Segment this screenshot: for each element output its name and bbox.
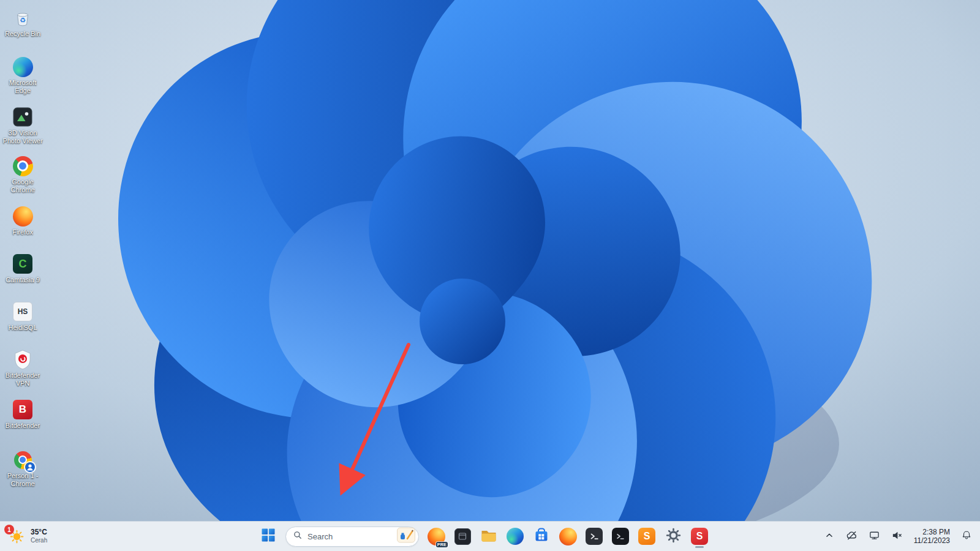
taskbar-edge[interactable] <box>503 524 527 549</box>
taskbar-dark-app[interactable] <box>450 524 475 549</box>
dark-app-icon <box>454 528 471 545</box>
desktop-icon-firefox[interactable]: Firefox <box>1 204 45 238</box>
recycle-bin-icon: ♻ <box>13 7 32 28</box>
onedrive-status-button[interactable] <box>841 524 863 549</box>
desktop-icon-label: Google Chrome <box>1 178 45 194</box>
hidden-icons-button[interactable] <box>818 524 840 549</box>
search-icon <box>293 531 303 542</box>
bitdefender-icon: B <box>13 399 32 420</box>
taskbar-microsoft-store[interactable] <box>529 524 554 549</box>
volume-button[interactable] <box>886 524 908 549</box>
photo-viewer-icon <box>13 107 32 127</box>
gear-icon <box>666 528 681 545</box>
store-bag-icon <box>533 527 549 545</box>
taskbar-s-app-red[interactable]: S <box>687 524 712 549</box>
taskbar-settings[interactable] <box>661 524 685 549</box>
system-tray: 2:38 PM 11/21/2023 <box>818 524 978 549</box>
desktop-icon-label: Bitdefender <box>6 422 40 430</box>
desktop-icon-microsoft-edge[interactable]: Microsoft Edge <box>1 55 45 96</box>
start-button[interactable] <box>256 524 281 549</box>
wallpaper-bloom <box>0 0 980 522</box>
desktop-icon-recycle-bin[interactable]: ♻ Recycle Bin <box>1 6 45 39</box>
weather-condition: Cerah <box>31 536 47 544</box>
desktop-icon-label: Bitdefender VPN <box>1 372 45 388</box>
s-glyph: S <box>696 531 703 542</box>
speaker-muted-icon <box>891 530 903 544</box>
taskbar-firefox-nightly[interactable]: PRE <box>424 524 448 549</box>
heidisql-glyph: HS <box>18 307 28 316</box>
desktop: ♻ Recycle Bin Microsoft Edge 3D Vision P… <box>0 0 980 522</box>
taskbar-file-explorer[interactable] <box>477 524 501 549</box>
display-cast-button[interactable] <box>864 524 886 549</box>
desktop-icon-label: Recycle Bin <box>5 30 40 38</box>
s-glyph: S <box>644 531 650 542</box>
taskbar-s-app-orange[interactable]: S <box>635 524 659 549</box>
weather-temperature: 35°C <box>31 528 47 536</box>
desktop-icon-bitdefender[interactable]: B Bitdefender <box>1 398 45 431</box>
camtasia-icon: C <box>13 253 32 274</box>
camtasia-glyph: C <box>19 258 27 271</box>
search-highlight-image <box>397 527 415 545</box>
letter-s-red-icon: S <box>691 528 708 545</box>
desktop-icon-label: 3D Vision Photo Viewer <box>1 129 45 145</box>
taskbar-search[interactable]: Search <box>285 527 419 547</box>
firefox-pre-badge: PRE <box>436 542 448 547</box>
firefox-icon <box>13 206 33 227</box>
chevron-up-icon <box>824 530 835 543</box>
desktop-icon-heidisql[interactable]: HS HeidiSQL <box>1 300 45 333</box>
search-placeholder: Search <box>307 532 392 541</box>
edge-icon <box>13 56 33 77</box>
desktop-icon-label: Person 1 - Chrome <box>1 472 45 488</box>
desktop-icon-camtasia[interactable]: C Camtasia 9 <box>1 252 45 285</box>
desktop-icon-label: HeidiSQL <box>8 324 37 332</box>
notification-center-button[interactable] <box>956 524 978 549</box>
tray-date: 11/21/2023 <box>914 536 950 545</box>
desktop-icon-google-chrome[interactable]: Google Chrome <box>1 154 45 195</box>
sun-icon <box>9 536 25 546</box>
desktop-icon-bitdefender-vpn[interactable]: Bitdefender VPN <box>1 348 45 389</box>
taskbar-firefox[interactable] <box>556 524 580 549</box>
letter-s-orange-icon: S <box>638 528 655 545</box>
chrome-profile-icon <box>12 449 33 470</box>
bell-icon <box>961 530 972 543</box>
shield-icon <box>13 349 32 370</box>
running-indicator <box>695 546 704 548</box>
svg-text:♻: ♻ <box>20 17 26 24</box>
clock[interactable]: 2:38 PM 11/21/2023 <box>909 524 955 549</box>
desktop-icon-label: Firefox <box>12 228 33 236</box>
taskbar-command-prompt[interactable] <box>608 524 633 549</box>
folder-icon <box>480 528 497 545</box>
person-badge-icon <box>25 462 35 472</box>
desktop-icon-label: Camtasia 9 <box>6 276 40 284</box>
command-prompt-icon <box>612 528 629 545</box>
windows-logo-icon <box>262 528 275 544</box>
taskbar: 1 35°C Cerah <box>0 521 980 551</box>
firefox-icon <box>559 528 577 545</box>
taskbar-center: Search PRE <box>256 524 712 549</box>
desktop-icon-3d-vision-photo-viewer[interactable]: 3D Vision Photo Viewer <box>1 105 45 146</box>
terminal-icon <box>586 528 603 545</box>
notification-count-badge: 1 <box>4 525 14 534</box>
bitdefender-glyph: B <box>19 403 26 416</box>
heidisql-icon: HS <box>13 301 32 322</box>
chrome-icon <box>13 156 33 176</box>
desktop-icon-label: Microsoft Edge <box>1 79 45 95</box>
edge-icon <box>507 528 524 545</box>
cloud-slash-icon <box>846 530 858 544</box>
tray-time: 2:38 PM <box>922 528 950 536</box>
monitor-icon <box>869 530 880 544</box>
weather-widget[interactable]: 1 35°C Cerah <box>4 524 55 549</box>
taskbar-terminal[interactable] <box>582 524 606 549</box>
windows-desktop-screen: ♻ Recycle Bin Microsoft Edge 3D Vision P… <box>0 0 980 551</box>
desktop-icon-person1-chrome[interactable]: Person 1 - Chrome <box>1 448 45 489</box>
